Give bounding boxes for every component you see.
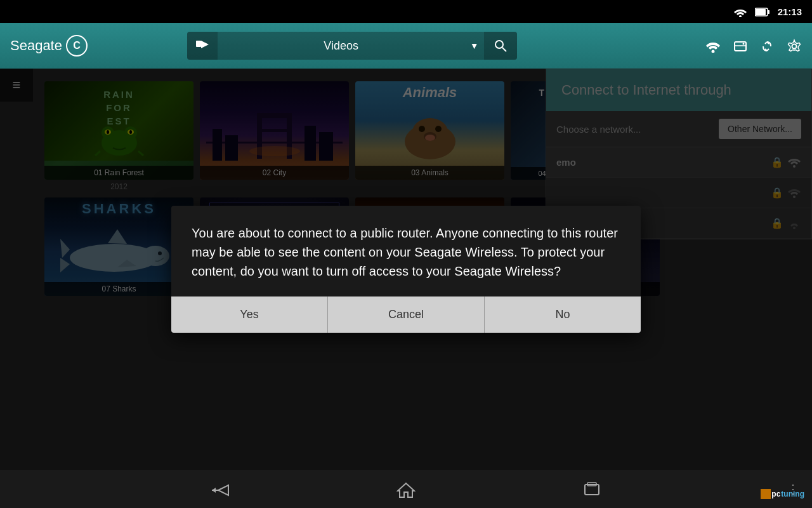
dialog-cancel-button[interactable]: Cancel bbox=[328, 297, 485, 333]
svg-marker-98 bbox=[218, 485, 228, 495]
storage-button[interactable] bbox=[733, 37, 747, 54]
battery-status-icon bbox=[755, 6, 770, 17]
more-button[interactable]: ⋮ bbox=[774, 476, 812, 502]
svg-rect-3 bbox=[768, 10, 769, 14]
svg-line-7 bbox=[502, 48, 506, 51]
search-bar[interactable]: Videos ▼ bbox=[187, 32, 517, 60]
logo-text: Seagate bbox=[10, 37, 62, 54]
media-type-button[interactable] bbox=[187, 32, 218, 60]
dialog: You are about to connect to a public rou… bbox=[171, 206, 641, 333]
bottom-nav: pctuning ⋮ bbox=[0, 470, 812, 508]
svg-marker-5 bbox=[201, 41, 209, 48]
dialog-yes-button[interactable]: Yes bbox=[171, 297, 328, 333]
dialog-overlay: You are about to connect to a public rou… bbox=[0, 69, 812, 470]
svg-rect-2 bbox=[756, 9, 766, 15]
svg-point-0 bbox=[739, 15, 742, 17]
search-button[interactable] bbox=[484, 32, 517, 60]
dropdown-arrow: ▼ bbox=[465, 41, 484, 51]
svg-rect-4 bbox=[196, 41, 201, 47]
logo-area: Seagate C bbox=[10, 35, 88, 57]
svg-point-12 bbox=[792, 44, 796, 49]
home-button[interactable] bbox=[384, 474, 428, 504]
logo-symbol: C bbox=[73, 40, 81, 51]
logo-circle: C bbox=[66, 35, 88, 57]
wifi-button[interactable] bbox=[705, 37, 721, 54]
svg-marker-100 bbox=[212, 488, 216, 493]
status-bar: 21:13 bbox=[0, 0, 812, 23]
app-header: Seagate C Videos ▼ bbox=[0, 23, 812, 69]
recents-button[interactable] bbox=[570, 475, 614, 504]
svg-point-8 bbox=[711, 50, 714, 53]
svg-point-11 bbox=[742, 43, 744, 45]
main-content: ≡ RAINFOREST bbox=[0, 69, 812, 470]
search-category-label: Videos bbox=[218, 39, 465, 53]
settings-button[interactable] bbox=[787, 37, 802, 54]
dialog-no-button[interactable]: No bbox=[485, 297, 641, 333]
refresh-button[interactable] bbox=[760, 37, 774, 54]
back-button[interactable] bbox=[198, 475, 242, 503]
pctuning-square bbox=[761, 489, 771, 499]
dialog-message: You are about to connect to a public rou… bbox=[171, 206, 641, 296]
svg-rect-9 bbox=[735, 42, 746, 51]
status-time: 21:13 bbox=[778, 6, 802, 17]
wifi-status-icon bbox=[733, 6, 747, 17]
dialog-buttons: Yes Cancel No bbox=[171, 296, 641, 333]
svg-marker-101 bbox=[398, 483, 414, 497]
logo-icon: Seagate C bbox=[10, 35, 88, 57]
header-actions bbox=[705, 37, 802, 54]
svg-point-6 bbox=[495, 41, 503, 48]
